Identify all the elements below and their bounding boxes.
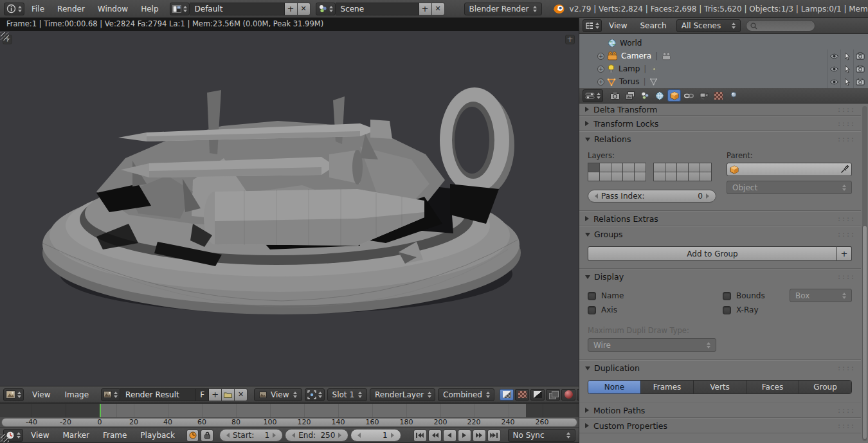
menu-view[interactable]: View xyxy=(25,431,55,440)
scene-add-button[interactable]: + xyxy=(419,3,432,15)
layer-toggle[interactable] xyxy=(653,172,665,181)
panel-drag-dots-icon[interactable]: :::: xyxy=(837,365,855,372)
play-button[interactable] xyxy=(458,429,471,442)
screen-layout-icon-button[interactable] xyxy=(170,3,190,15)
tab-scene[interactable] xyxy=(638,89,651,102)
corner-grip[interactable] xyxy=(1,434,9,442)
new-group-button[interactable]: + xyxy=(837,246,852,261)
image-datablock-name[interactable]: Render Result xyxy=(120,388,196,401)
name-checkbox[interactable] xyxy=(588,292,596,300)
tab-render[interactable] xyxy=(608,89,622,102)
selectability-cursor-icon[interactable] xyxy=(840,50,853,62)
layers-grid-left[interactable] xyxy=(588,163,646,181)
lock-time-cursor-button[interactable] xyxy=(201,429,213,442)
menu-render[interactable]: Render xyxy=(51,5,91,14)
panel-drag-dots-icon[interactable]: :::: xyxy=(837,422,855,429)
layer-toggle[interactable] xyxy=(599,172,611,181)
layer-toggle[interactable] xyxy=(665,163,677,172)
layer-toggle[interactable] xyxy=(634,163,646,172)
timeline-track[interactable] xyxy=(0,403,579,417)
increment-arrow-icon[interactable] xyxy=(273,433,276,438)
current-frame-field[interactable]: 1 xyxy=(350,429,401,442)
tab-physics[interactable] xyxy=(727,89,740,102)
editor-type-outliner-button[interactable] xyxy=(583,19,602,32)
scrollbar-thumb[interactable] xyxy=(862,225,867,440)
outliner-item-label[interactable]: World xyxy=(620,39,642,48)
pivot-point-button[interactable] xyxy=(305,388,325,401)
region-expand-button[interactable]: + xyxy=(565,35,575,44)
audio-sync-select[interactable]: No Sync xyxy=(508,429,575,442)
selectability-cursor-icon[interactable] xyxy=(840,75,853,88)
pass-index-field[interactable]: Pass Index: 0 xyxy=(588,190,716,203)
menu-help[interactable]: Help xyxy=(135,5,164,14)
render-image-view[interactable]: + + xyxy=(0,31,579,386)
image-view-mode-select[interactable]: View xyxy=(254,388,302,401)
display-color-alpha-button[interactable] xyxy=(500,389,514,401)
timeline-ruler[interactable]: -40 -20 0 20 40 60 80 100 120 140 160 18… xyxy=(0,417,579,428)
layer-toggle[interactable] xyxy=(676,163,689,172)
duplication-faces-button[interactable]: Faces xyxy=(746,381,799,393)
image-datablock-icon-button[interactable] xyxy=(101,388,120,401)
menu-image[interactable]: Image xyxy=(59,390,95,399)
tab-texture[interactable] xyxy=(712,89,725,102)
screen-layout-delete-button[interactable]: ✕ xyxy=(298,3,311,15)
layer-toggle[interactable] xyxy=(665,172,677,181)
outliner-row-camera[interactable]: + Camera | xyxy=(579,50,868,62)
layer-toggle[interactable] xyxy=(688,172,700,181)
expand-icon[interactable]: + xyxy=(597,78,604,86)
visibility-eye-icon[interactable] xyxy=(827,50,840,62)
panel-display[interactable]: Display :::: xyxy=(579,269,861,284)
decrement-arrow-icon[interactable] xyxy=(226,433,230,438)
menu-frame[interactable]: Frame xyxy=(97,431,132,440)
jump-to-start-button[interactable] xyxy=(413,429,427,442)
eyedropper-icon[interactable] xyxy=(840,165,849,174)
panel-drag-dots-icon[interactable]: :::: xyxy=(837,106,855,113)
panel-drag-dots-icon[interactable]: :::: xyxy=(837,136,855,143)
screen-layout-add-button[interactable]: + xyxy=(285,3,298,15)
layer-toggle[interactable] xyxy=(688,163,700,172)
outliner-search-box[interactable] xyxy=(746,20,815,32)
outliner-row-lamp[interactable]: + Lamp | xyxy=(579,62,868,75)
duplication-frames-button[interactable]: Frames xyxy=(641,381,694,393)
renderability-camera-icon[interactable] xyxy=(853,50,866,62)
channel-red-button[interactable] xyxy=(561,389,575,401)
outliner-display-mode-select[interactable]: All Scenes xyxy=(676,19,741,32)
renderability-camera-icon[interactable] xyxy=(853,75,866,88)
xray-checkbox[interactable] xyxy=(723,306,731,314)
editor-type-info-button[interactable] xyxy=(4,3,24,15)
screen-layout-name-field[interactable]: Default xyxy=(190,3,285,15)
display-composite-button[interactable] xyxy=(546,389,560,401)
layer-toggle[interactable] xyxy=(599,163,611,172)
menu-playback[interactable]: Playback xyxy=(134,431,181,440)
editor-type-properties-button[interactable] xyxy=(583,89,603,102)
image-unlink-button[interactable]: ✕ xyxy=(235,388,248,401)
image-new-button[interactable]: + xyxy=(209,388,222,401)
panel-drag-dots-icon[interactable]: :::: xyxy=(837,231,855,238)
menu-view[interactable]: View xyxy=(26,390,56,399)
panel-groups[interactable]: Groups :::: xyxy=(579,226,861,242)
axis-checkbox[interactable] xyxy=(588,306,596,314)
outliner-row-torus[interactable]: + Torus | xyxy=(579,75,868,88)
panel-drag-dots-icon[interactable]: :::: xyxy=(837,120,855,127)
layer-toggle[interactable] xyxy=(653,163,665,172)
decrement-arrow-icon[interactable] xyxy=(357,433,361,438)
timeline-current-frame-cursor[interactable] xyxy=(100,404,101,417)
decrement-arrow-icon[interactable] xyxy=(292,433,295,438)
previous-keyframe-button[interactable] xyxy=(428,429,442,442)
dupli-draw-type-select[interactable]: Wire xyxy=(588,338,716,352)
outliner-item-label[interactable]: Lamp xyxy=(619,64,640,73)
frame-start-field[interactable]: Start: 1 xyxy=(219,429,283,442)
layer-toggle[interactable] xyxy=(634,172,646,181)
tab-world[interactable] xyxy=(653,89,666,102)
tab-object[interactable] xyxy=(667,89,681,102)
panel-duplication[interactable]: Duplication :::: xyxy=(579,360,861,375)
jump-to-end-button[interactable] xyxy=(487,429,501,442)
layer-toggle[interactable] xyxy=(588,163,600,172)
visibility-eye-icon[interactable] xyxy=(827,62,840,75)
render-slot-select[interactable]: Slot 1 xyxy=(327,388,367,401)
panel-drag-dots-icon[interactable]: :::: xyxy=(837,273,855,280)
outliner-item-label[interactable]: Camera xyxy=(621,51,651,60)
menu-file[interactable]: File xyxy=(26,5,50,14)
menu-view[interactable]: View xyxy=(603,21,633,30)
outliner-row-world[interactable]: World xyxy=(579,37,868,50)
